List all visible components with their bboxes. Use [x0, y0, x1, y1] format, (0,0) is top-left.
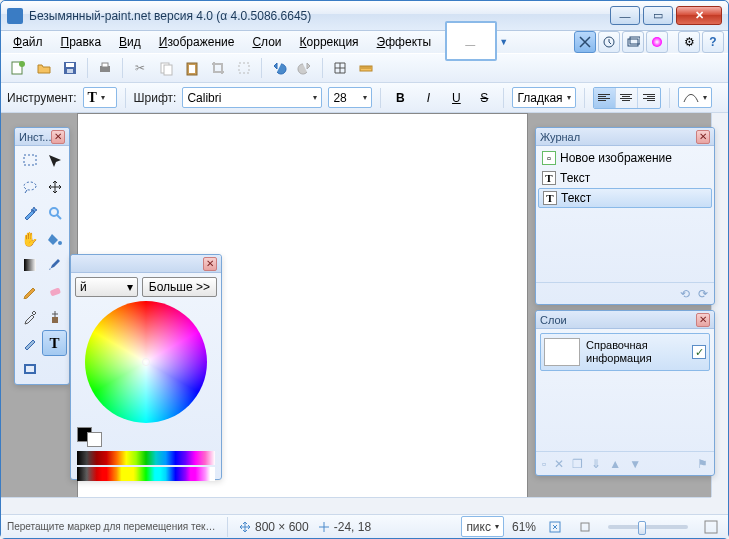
image-thumb[interactable]	[445, 21, 497, 61]
tool-gradient[interactable]	[18, 253, 41, 277]
image-list-chevron-icon[interactable]: ▼	[499, 37, 508, 47]
settings-button[interactable]: ⚙	[678, 31, 700, 53]
history-item[interactable]: ▫ Новое изображение	[538, 148, 712, 168]
layers-panel-header[interactable]: Слои ✕	[536, 311, 714, 329]
new-button[interactable]	[7, 57, 29, 79]
blend-selector[interactable]: ▾	[678, 87, 712, 108]
open-button[interactable]	[33, 57, 55, 79]
layer-up-icon[interactable]: ▲	[609, 457, 621, 471]
zoom-fit-button[interactable]	[544, 516, 566, 538]
layer-item[interactable]: Справочная информация ✓	[540, 333, 710, 371]
merge-layer-icon[interactable]: ⇓	[591, 457, 601, 471]
duplicate-layer-icon[interactable]: ❐	[572, 457, 583, 471]
history-panel-header[interactable]: Журнал ✕	[536, 128, 714, 146]
strike-button[interactable]: S	[473, 87, 495, 109]
font-selector[interactable]: Calibri▾	[182, 87, 322, 108]
zoom-slider[interactable]	[608, 525, 688, 529]
tool-fill[interactable]	[43, 227, 66, 251]
bold-button[interactable]: B	[389, 87, 411, 109]
help-button[interactable]: ?	[702, 31, 724, 53]
horizontal-scrollbar[interactable]	[1, 497, 711, 514]
tool-shape[interactable]	[18, 357, 41, 381]
deselect-button[interactable]	[233, 57, 255, 79]
tool-move-pixels[interactable]	[43, 175, 66, 199]
layers-panel[interactable]: Слои ✕ Справочная информация ✓ ▫ ✕ ❐ ⇓ ▲…	[535, 310, 715, 476]
cut-button[interactable]: ✂	[129, 57, 151, 79]
history-item[interactable]: T Текст	[538, 188, 712, 208]
tool-eraser[interactable]	[43, 279, 66, 303]
tool-zoom[interactable]	[43, 201, 66, 225]
tool-picker[interactable]	[18, 305, 41, 329]
grid-button[interactable]	[329, 57, 351, 79]
primary-secondary-selector[interactable]: й▾	[75, 277, 138, 297]
tool-pencil[interactable]	[18, 279, 41, 303]
zoom-out-button[interactable]	[574, 516, 596, 538]
italic-button[interactable]: I	[417, 87, 439, 109]
menu-effects[interactable]: Эффекты	[369, 33, 440, 51]
add-layer-icon[interactable]: ▫	[542, 457, 546, 471]
layer-props-icon[interactable]: ⚑	[697, 457, 708, 471]
menu-file[interactable]: Файл	[5, 33, 51, 51]
close-button[interactable]: ✕	[676, 6, 722, 25]
tool-brush[interactable]	[43, 253, 66, 277]
layer-visible-checkbox[interactable]: ✓	[692, 345, 706, 359]
tool-lasso[interactable]	[18, 175, 41, 199]
colors-window-toggle[interactable]	[646, 31, 668, 53]
colors-panel-close[interactable]: ✕	[203, 257, 217, 271]
tool-move-selection[interactable]	[43, 149, 66, 173]
tool-pan[interactable]: ✋	[18, 227, 41, 251]
tools-window-toggle[interactable]	[574, 31, 596, 53]
history-panel-close[interactable]: ✕	[696, 130, 710, 144]
history-window-toggle[interactable]	[598, 31, 620, 53]
tool-selector[interactable]: T▾	[83, 87, 117, 108]
palette-row2[interactable]	[77, 467, 215, 481]
history-panel[interactable]: Журнал ✕ ▫ Новое изображение T Текст T Т…	[535, 127, 715, 305]
font-size-selector[interactable]: 28▾	[328, 87, 372, 108]
menu-image[interactable]: Изображение	[151, 33, 243, 51]
secondary-swatch[interactable]	[87, 432, 102, 447]
titlebar[interactable]: Безымянный-paint.net версия 4.0 (α 4.0.5…	[1, 1, 728, 31]
layers-panel-close[interactable]: ✕	[696, 313, 710, 327]
units-selector[interactable]: пикс▾	[461, 516, 504, 537]
align-left-button[interactable]	[594, 88, 616, 108]
wheel-cursor[interactable]	[142, 358, 150, 366]
undo-button[interactable]	[268, 57, 290, 79]
redo-button[interactable]	[294, 57, 316, 79]
more-button[interactable]: Больше >>	[142, 277, 217, 297]
tools-panel[interactable]: Инст... ✕ ✋ T	[14, 127, 70, 385]
layer-down-icon[interactable]: ▼	[629, 457, 641, 471]
tools-panel-header[interactable]: Инст... ✕	[15, 128, 69, 146]
zoom-slider-thumb[interactable]	[638, 521, 646, 535]
menu-edit[interactable]: Правка	[53, 33, 110, 51]
tool-rect-select[interactable]	[18, 149, 41, 173]
tool-wand[interactable]	[18, 201, 41, 225]
underline-button[interactable]: U	[445, 87, 467, 109]
tools-panel-close[interactable]: ✕	[51, 130, 65, 144]
color-wheel[interactable]	[85, 301, 207, 423]
ruler-button[interactable]	[355, 57, 377, 79]
tool-text[interactable]: T	[43, 331, 66, 355]
redo-all-icon[interactable]: ⟳	[698, 287, 708, 301]
align-right-button[interactable]	[638, 88, 660, 108]
paste-button[interactable]	[181, 57, 203, 79]
copy-button[interactable]	[155, 57, 177, 79]
minimize-button[interactable]: —	[610, 6, 640, 25]
colors-panel[interactable]: ✕ й▾ Больше >>	[70, 254, 222, 480]
menu-adjust[interactable]: Коррекция	[292, 33, 367, 51]
layers-window-toggle[interactable]	[622, 31, 644, 53]
delete-layer-icon[interactable]: ✕	[554, 457, 564, 471]
menu-layers[interactable]: Слои	[244, 33, 289, 51]
undo-all-icon[interactable]: ⟲	[680, 287, 690, 301]
save-button[interactable]	[59, 57, 81, 79]
align-center-button[interactable]	[616, 88, 638, 108]
colors-panel-header[interactable]: ✕	[71, 255, 221, 273]
aa-mode[interactable]: Гладкая▾	[512, 87, 575, 108]
crop-button[interactable]	[207, 57, 229, 79]
history-item[interactable]: T Текст	[538, 168, 712, 188]
print-button[interactable]	[94, 57, 116, 79]
zoom-in-button[interactable]	[700, 516, 722, 538]
tool-clone[interactable]	[43, 305, 66, 329]
tool-recolor[interactable]	[18, 331, 41, 355]
maximize-button[interactable]: ▭	[643, 6, 673, 25]
menu-view[interactable]: Вид	[111, 33, 149, 51]
